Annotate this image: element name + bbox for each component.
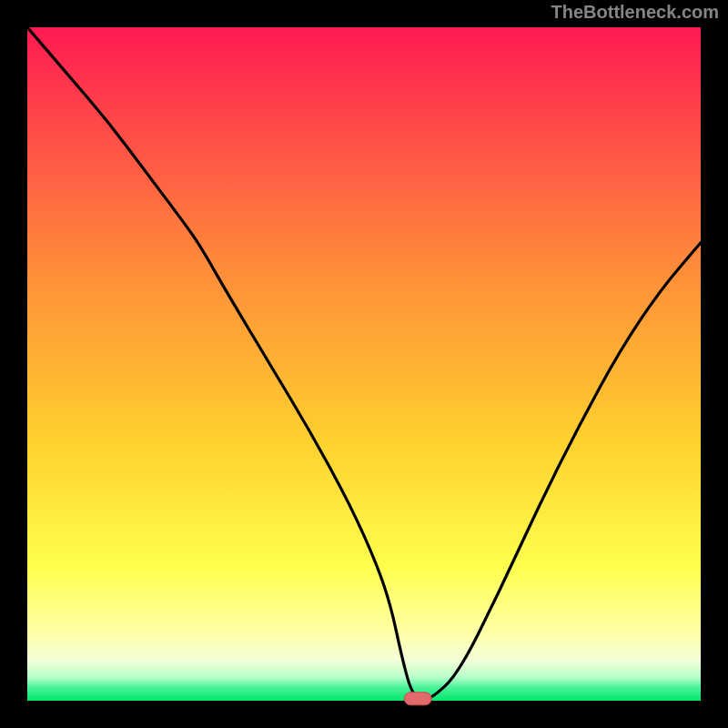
attribution-text: TheBottleneck.com (551, 2, 719, 23)
plot-background (27, 27, 701, 701)
minimum-marker (404, 693, 431, 705)
bottleneck-chart (0, 0, 728, 728)
chart-container: TheBottleneck.com (0, 0, 728, 728)
